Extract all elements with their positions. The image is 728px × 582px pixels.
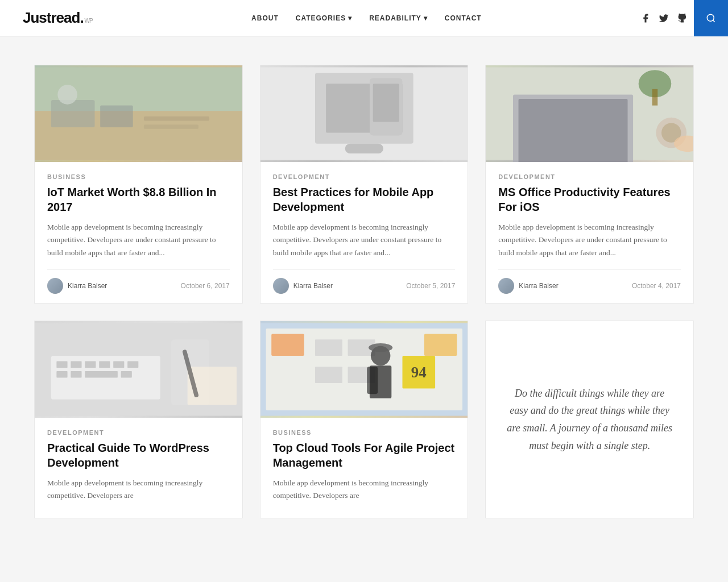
svg-line-3 xyxy=(713,20,714,22)
twitter-icon[interactable] xyxy=(659,13,669,23)
card-date-1: October 6, 2017 xyxy=(181,282,230,290)
svg-rect-9 xyxy=(144,117,209,121)
author-avatar-3 xyxy=(498,278,514,294)
author-avatar-2 xyxy=(273,278,289,294)
search-button[interactable] xyxy=(694,0,728,36)
card-meta-3: Kiarra Balser October 4, 2017 xyxy=(498,269,681,294)
card-excerpt-5: Mobile app development is becoming incre… xyxy=(273,477,456,502)
phone-image-svg xyxy=(260,65,468,162)
svg-rect-42 xyxy=(271,334,304,355)
post-image-5: 94 xyxy=(260,321,468,418)
github-icon[interactable] xyxy=(677,13,687,23)
svg-text:94: 94 xyxy=(411,364,427,381)
posts-row-1: BUSINESS IoT Market Worth $8.8 Billion I… xyxy=(34,65,694,304)
svg-rect-21 xyxy=(519,99,628,162)
card-title-3: MS Office Productivity Features For iOS xyxy=(498,185,681,214)
author-avatar-1 xyxy=(47,278,63,294)
svg-rect-10 xyxy=(144,124,198,129)
svg-rect-28 xyxy=(71,361,81,368)
svg-point-8 xyxy=(57,85,77,105)
card-meta-1: Kiarra Balser October 6, 2017 xyxy=(47,269,230,294)
post-card-2[interactable]: DEVELOPMENT Best Practices for Mobile Ap… xyxy=(260,65,469,304)
site-logo[interactable]: Justread.WP xyxy=(23,9,93,27)
nav-readability[interactable]: READABILITY ▾ xyxy=(369,14,428,22)
card-category-2: DEVELOPMENT xyxy=(273,173,456,180)
card-body-4: DEVELOPMENT Practical Guide To WordPress… xyxy=(35,418,242,518)
main-nav: ABOUT CATEGORIES ▾ READABILITY ▾ CONTACT xyxy=(251,14,482,22)
svg-rect-33 xyxy=(56,371,67,378)
svg-rect-27 xyxy=(56,361,67,368)
nav-about[interactable]: ABOUT xyxy=(251,14,279,22)
post-image-3 xyxy=(486,65,693,162)
svg-rect-6 xyxy=(51,100,95,127)
svg-rect-46 xyxy=(315,367,342,383)
whiteboard-image-svg: 94 xyxy=(260,321,468,418)
main-content: BUSINESS IoT Market Worth $8.8 Billion I… xyxy=(23,65,705,518)
svg-rect-50 xyxy=(367,367,378,394)
post-image-2 xyxy=(260,65,468,162)
card-author-2: Kiarra Balser xyxy=(273,278,333,294)
svg-rect-35 xyxy=(85,371,118,378)
svg-point-2 xyxy=(707,14,714,21)
post-card-5[interactable]: 94 BUSINESS Top Cloud Tools For Agile Pr… xyxy=(260,321,469,519)
post-card-3[interactable]: DEVELOPMENT MS Office Productivity Featu… xyxy=(485,65,694,304)
nav-categories[interactable]: CATEGORIES ▾ xyxy=(296,14,352,22)
facebook-icon[interactable] xyxy=(640,13,651,23)
card-excerpt-4: Mobile app development is becoming incre… xyxy=(47,477,230,502)
card-body-3: DEVELOPMENT MS Office Productivity Featu… xyxy=(486,162,693,303)
card-category-4: DEVELOPMENT xyxy=(47,429,230,436)
posts-row-2: DEVELOPMENT Practical Guide To WordPress… xyxy=(34,321,694,519)
svg-rect-31 xyxy=(113,361,124,368)
card-date-2: October 5, 2017 xyxy=(406,282,455,290)
card-body-2: DEVELOPMENT Best Practices for Mobile Ap… xyxy=(260,162,468,303)
card-title-1: IoT Market Worth $8.8 Billion In 2017 xyxy=(47,185,230,214)
card-title-4: Practical Guide To WordPress Development xyxy=(47,440,230,470)
card-excerpt-1: Mobile app development is becoming incre… xyxy=(47,221,230,259)
card-excerpt-3: Mobile app development is becoming incre… xyxy=(498,221,681,259)
quote-card: Do the difficult things while they are e… xyxy=(485,321,694,519)
card-body-5: BUSINESS Top Cloud Tools For Agile Proje… xyxy=(260,418,468,518)
svg-rect-43 xyxy=(424,334,457,355)
card-title-2: Best Practices for Mobile App Developmen… xyxy=(273,185,456,214)
card-excerpt-2: Mobile app development is becoming incre… xyxy=(273,221,456,259)
svg-rect-14 xyxy=(345,144,383,153)
post-image-1 xyxy=(35,65,242,162)
card-body-1: BUSINESS IoT Market Worth $8.8 Billion I… xyxy=(35,162,242,303)
svg-rect-29 xyxy=(85,361,96,368)
svg-rect-19 xyxy=(652,89,658,106)
card-category-1: BUSINESS xyxy=(47,173,230,180)
svg-rect-32 xyxy=(127,361,138,368)
post-card-1[interactable]: BUSINESS IoT Market Worth $8.8 Billion I… xyxy=(34,65,243,304)
card-date-3: October 4, 2017 xyxy=(632,282,681,290)
post-card-4[interactable]: DEVELOPMENT Practical Guide To WordPress… xyxy=(34,321,243,519)
site-header: Justread.WP ABOUT CATEGORIES ▾ READABILI… xyxy=(0,0,728,36)
post-image-4 xyxy=(35,321,242,418)
card-title-5: Top Cloud Tools For Agile Project Manage… xyxy=(273,440,456,470)
svg-rect-36 xyxy=(121,371,132,378)
card-author-1: Kiarra Balser xyxy=(47,278,107,294)
svg-rect-30 xyxy=(99,361,110,368)
card-author-3: Kiarra Balser xyxy=(498,278,558,294)
keyboard-image-svg xyxy=(35,321,242,418)
svg-rect-44 xyxy=(315,339,342,356)
card-meta-2: Kiarra Balser October 5, 2017 xyxy=(273,269,456,294)
svg-rect-34 xyxy=(71,371,81,378)
nav-contact[interactable]: CONTACT xyxy=(445,14,482,22)
svg-rect-7 xyxy=(100,106,133,127)
svg-point-51 xyxy=(369,343,392,352)
card-category-3: DEVELOPMENT xyxy=(498,173,681,180)
card-category-5: BUSINESS xyxy=(273,429,456,436)
quote-text: Do the difficult things while they are e… xyxy=(506,385,673,454)
chevron-down-icon: ▾ xyxy=(424,14,428,22)
chevron-down-icon: ▾ xyxy=(348,14,352,22)
laptop-image-svg xyxy=(486,65,693,162)
search-icon xyxy=(706,13,716,23)
svg-rect-16 xyxy=(373,84,399,122)
desk-image-svg xyxy=(35,65,242,162)
